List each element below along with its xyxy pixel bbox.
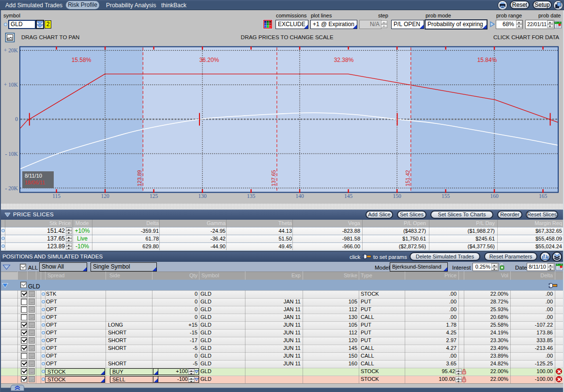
svg-text:151.42: 151.42 (405, 170, 411, 186)
svg-text:CLICK CHART FOR DATA: CLICK CHART FOR DATA (493, 34, 559, 40)
svg-text:135: 135 (247, 193, 256, 199)
svg-text:165: 165 (539, 193, 548, 199)
svg-text:150: 150 (393, 193, 401, 199)
svg-text:145: 145 (344, 193, 353, 199)
svg-text:0: 0 (15, 116, 18, 122)
svg-text:123.89: 123.89 (137, 170, 142, 186)
svg-text:15.84%: 15.84% (477, 57, 497, 63)
svg-text:+ 20K: + 20K (4, 47, 18, 53)
svg-text:155: 155 (442, 193, 450, 199)
svg-text:DRAG CHART TO PAN: DRAG CHART TO PAN (21, 34, 79, 40)
svg-text:120: 120 (101, 193, 109, 199)
svg-text:32.38%: 32.38% (334, 57, 354, 63)
svg-text:115: 115 (52, 193, 61, 199)
svg-text:8/11/10: 8/11/10 (25, 173, 42, 179)
svg-text:125: 125 (150, 193, 158, 199)
svg-text:36.20%: 36.20% (199, 57, 219, 63)
svg-text:- 10K: - 10K (5, 151, 18, 157)
svg-text:- 20K: - 20K (5, 185, 18, 191)
svg-text:+ 10K: + 10K (4, 82, 18, 88)
svg-text:160: 160 (490, 193, 499, 199)
svg-text:130: 130 (198, 193, 207, 199)
svg-text:18/06/11: 18/06/11 (25, 180, 45, 185)
svg-text:140: 140 (295, 193, 304, 199)
svg-text:DRAG PRICES TO CHANGE SCALE: DRAG PRICES TO CHANGE SCALE (241, 34, 334, 40)
svg-text:137.65: 137.65 (271, 170, 276, 186)
svg-text:15.58%: 15.58% (72, 57, 91, 63)
